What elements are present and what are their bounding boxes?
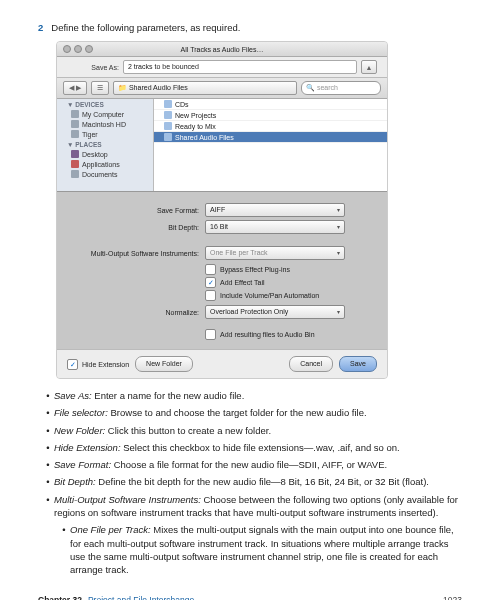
computer-icon	[71, 110, 79, 118]
cancel-button[interactable]: Cancel	[289, 356, 333, 372]
save-as-label: Save As:	[67, 64, 119, 71]
page-number: 1023	[443, 595, 462, 600]
page-footer: Chapter 32 Project and File Interchange …	[38, 595, 462, 600]
close-icon	[63, 45, 71, 53]
normalize-select[interactable]: Overload Protection Only▾	[205, 305, 345, 319]
step-number: 2	[38, 22, 43, 33]
save-format-label: Save Format:	[67, 207, 205, 214]
search-input[interactable]: 🔍 search	[301, 81, 381, 95]
sidebar-item-hd[interactable]: Macintosh HD	[57, 119, 153, 129]
step: 2 Define the following parameters, as re…	[38, 22, 462, 33]
save-button[interactable]: Save	[339, 356, 377, 372]
file-toolbar: ◀ ▶ ☰ 📁 Shared Audio Files 🔍 search	[57, 77, 387, 99]
places-heading: ▼ PLACES	[57, 139, 153, 149]
dialog-title: All Tracks as Audio Files…	[181, 46, 264, 53]
hide-extension-checkbox[interactable]: ✓Hide Extension	[67, 358, 129, 371]
chevron-icon: ▾	[337, 221, 340, 233]
save-as-input[interactable]: 2 tracks to be bounced	[123, 60, 357, 74]
view-list-icon[interactable]: ☰	[91, 81, 109, 95]
bypass-checkbox[interactable]: Bypass Effect Plug-ins	[205, 263, 377, 276]
multi-output-select[interactable]: One File per Track▾	[205, 246, 345, 260]
chevron-icon: ▾	[337, 204, 340, 216]
disk-icon	[71, 130, 79, 138]
bit-depth-select[interactable]: 16 Bit▾	[205, 220, 345, 234]
step-text: Define the following parameters, as requ…	[51, 22, 240, 33]
list-item[interactable]: Ready to Mix	[154, 121, 387, 132]
save-format-select[interactable]: AIFF▾	[205, 203, 345, 217]
folder-icon	[164, 111, 172, 119]
list-item[interactable]: New Projects	[154, 110, 387, 121]
chevron-icon: ▾	[337, 247, 340, 259]
docs-icon	[71, 170, 79, 178]
back-button[interactable]: ◀ ▶	[63, 81, 87, 95]
disk-icon	[71, 120, 79, 128]
folder-icon	[164, 100, 172, 108]
volume-pan-checkbox[interactable]: Include Volume/Pan Automation	[205, 289, 377, 302]
dialog-footer: ✓Hide Extension New Folder Cancel Save	[57, 349, 387, 378]
bullet-list: •Save As: Enter a name for the new audio…	[42, 389, 462, 577]
new-folder-button[interactable]: New Folder	[135, 356, 193, 372]
titlebar: All Tracks as Audio Files…	[57, 42, 387, 57]
chapter-title: Project and File Interchange	[88, 595, 194, 600]
audio-bin-checkbox[interactable]: Add resulting files to Audio Bin	[205, 328, 377, 341]
file-list: CDs New Projects Ready to Mix Shared Aud…	[154, 99, 387, 191]
folder-icon	[164, 122, 172, 130]
list-item-selected[interactable]: Shared Audio Files	[154, 132, 387, 143]
zoom-icon	[85, 45, 93, 53]
desktop-icon	[71, 150, 79, 158]
options-panel: Save Format:AIFF▾ Bit Depth:16 Bit▾ Mult…	[57, 191, 387, 349]
chevron-icon: ▾	[337, 306, 340, 318]
sidebar-item-applications[interactable]: Applications	[57, 159, 153, 169]
multi-output-label: Multi-Output Software Instruments:	[67, 250, 205, 257]
apps-icon	[71, 160, 79, 168]
devices-heading: ▼ DEVICES	[57, 99, 153, 109]
dialog-screenshot: All Tracks as Audio Files… Save As: 2 tr…	[56, 41, 388, 379]
effect-tail-checkbox[interactable]: ✓Add Effect Tail	[205, 276, 377, 289]
sidebar-item-documents[interactable]: Documents	[57, 169, 153, 179]
list-item[interactable]: CDs	[154, 99, 387, 110]
minimize-icon	[74, 45, 82, 53]
folder-icon	[164, 133, 172, 141]
path-dropdown[interactable]: 📁 Shared Audio Files	[113, 81, 297, 95]
chapter-label: Chapter 32	[38, 595, 82, 600]
bit-depth-label: Bit Depth:	[67, 224, 205, 231]
sidebar-item-mycomputer[interactable]: My Computer	[57, 109, 153, 119]
sidebar: ▼ DEVICES My Computer Macintosh HD Tiger…	[57, 99, 154, 191]
collapse-button[interactable]: ▲	[361, 60, 377, 74]
normalize-label: Normalize:	[67, 309, 205, 316]
sidebar-item-tiger[interactable]: Tiger	[57, 129, 153, 139]
sidebar-item-desktop[interactable]: Desktop	[57, 149, 153, 159]
